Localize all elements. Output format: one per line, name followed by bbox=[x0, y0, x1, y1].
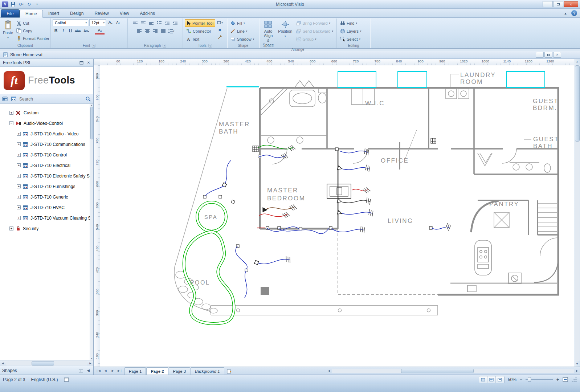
maximize-button[interactable] bbox=[553, 1, 563, 7]
page-tab-1[interactable]: Page-1 bbox=[124, 367, 146, 375]
grow-font-button[interactable]: A▴ bbox=[107, 19, 114, 26]
redo-icon[interactable]: ↻ bbox=[26, 1, 32, 7]
freeform-icon[interactable] bbox=[216, 34, 224, 41]
search-input[interactable] bbox=[19, 97, 83, 102]
tree-item-audio-video-control[interactable]: − Audio-Video-Control bbox=[0, 118, 90, 128]
bullets-icon[interactable] bbox=[156, 19, 163, 26]
tab-addins[interactable]: Add-Ins bbox=[135, 9, 160, 17]
connection-point-icon[interactable]: ✕ bbox=[216, 26, 224, 33]
tree-item-stencil[interactable]: + J-STD-710 Furnishings bbox=[0, 181, 90, 192]
copy-button[interactable]: Copy bbox=[15, 27, 51, 34]
tree-item-stencil[interactable]: + J-STD-710 Control bbox=[0, 150, 90, 160]
tools-dialog-launcher-icon[interactable]: ↘ bbox=[208, 44, 212, 48]
tree-item-stencil[interactable]: + J-STD-710 HVAC bbox=[0, 202, 90, 213]
page-tab-2[interactable]: Page-2 bbox=[146, 367, 168, 375]
layers-button[interactable]: Layers▾ bbox=[339, 27, 363, 35]
scroll-right-icon[interactable]: ▶ bbox=[87, 361, 93, 366]
expand-icon[interactable]: + bbox=[17, 153, 21, 157]
increase-indent-icon[interactable] bbox=[172, 19, 179, 26]
zoom-out-icon[interactable]: − bbox=[520, 377, 522, 382]
last-page-icon[interactable]: ▶❘ bbox=[117, 368, 123, 374]
expand-icon[interactable]: + bbox=[9, 226, 13, 230]
tab-insert[interactable]: Insert bbox=[43, 9, 65, 17]
panel-close-icon[interactable]: ✕ bbox=[86, 60, 91, 65]
canvas-vertical-scrollbar[interactable]: ▲ ▼ bbox=[574, 59, 580, 367]
collapse-icon[interactable]: − bbox=[9, 121, 13, 125]
scroll-left-icon[interactable]: ◀ bbox=[326, 368, 332, 373]
tree-item-stencil[interactable]: + J-STD-710 Generic bbox=[0, 192, 90, 202]
strikethrough-button[interactable]: abc bbox=[74, 28, 81, 34]
change-case-button[interactable]: Aa▾ bbox=[82, 28, 91, 34]
page-tab-background-1[interactable]: Background-1 bbox=[191, 367, 224, 375]
send-backward-button[interactable]: Send Backward▾ bbox=[295, 27, 335, 35]
tree-item-stencil[interactable]: + J-STD-710 Audio - Video bbox=[0, 128, 90, 139]
bold-button[interactable]: B bbox=[53, 28, 59, 34]
paste-button[interactable]: Paste ▾ bbox=[2, 19, 14, 40]
format-painter-button[interactable]: Format Painter bbox=[15, 34, 51, 42]
expand-icon[interactable]: + bbox=[9, 111, 13, 115]
qat-customize-icon[interactable]: ▾ bbox=[34, 1, 40, 7]
align-bottom-icon[interactable] bbox=[148, 19, 155, 26]
expand-icon[interactable]: + bbox=[17, 142, 21, 146]
tab-file[interactable]: File bbox=[1, 9, 20, 17]
font-dialog-launcher-icon[interactable]: ↘ bbox=[92, 44, 95, 48]
tree-vertical-scrollbar[interactable]: ▲ ▼ bbox=[90, 104, 93, 360]
scroll-down-icon[interactable]: ▼ bbox=[575, 361, 580, 367]
stencil-view-icon[interactable] bbox=[2, 96, 8, 102]
cut-button[interactable]: Cut bbox=[15, 19, 51, 27]
fill-button[interactable]: Fill▾ bbox=[229, 19, 246, 27]
expand-icon[interactable]: + bbox=[17, 195, 21, 199]
line-spacing-icon[interactable]: ▾ bbox=[168, 28, 175, 34]
vertical-ruler[interactable]: 960 900 840 780 720 660 600 540 480 420 … bbox=[94, 65, 100, 367]
scroll-up-icon[interactable]: ▲ bbox=[91, 104, 93, 106]
first-page-icon[interactable]: ❘◀ bbox=[95, 368, 102, 374]
shapes-window-icon[interactable] bbox=[78, 368, 84, 373]
tree-item-stencil[interactable]: + J-STD-710 Electronic Safety Securit bbox=[0, 171, 90, 181]
doc-minimize-button[interactable]: — bbox=[536, 52, 544, 58]
line-button[interactable]: Line▾ bbox=[229, 27, 249, 35]
font-color-button[interactable]: A▾ bbox=[95, 28, 105, 34]
previous-page-icon[interactable]: ◀ bbox=[102, 368, 109, 374]
expand-icon[interactable]: + bbox=[17, 174, 21, 178]
page-tab-3[interactable]: Page-3 bbox=[169, 367, 190, 375]
scroll-thumb[interactable] bbox=[575, 65, 580, 142]
shapes-collapse-icon[interactable]: ◀ bbox=[85, 368, 91, 373]
tree-item-security[interactable]: + Security bbox=[0, 223, 90, 234]
expand-icon[interactable]: + bbox=[17, 205, 21, 209]
doc-close-button[interactable]: × bbox=[553, 52, 561, 58]
tree-item-stencil[interactable]: + J-STD-710 Vacuum Cleaning Syster bbox=[0, 213, 90, 223]
paste-dropdown-icon[interactable]: ▾ bbox=[7, 36, 9, 40]
zoom-in-icon[interactable]: + bbox=[556, 377, 559, 382]
tab-design[interactable]: Design bbox=[65, 9, 89, 17]
doc-restore-button[interactable] bbox=[544, 52, 552, 58]
shadow-button[interactable]: Shadow▾ bbox=[229, 35, 256, 43]
drawing-shapes-dropdown[interactable]: ▾ bbox=[216, 19, 224, 26]
underline-button[interactable]: U bbox=[67, 28, 74, 34]
scroll-left-icon[interactable]: ◀ bbox=[0, 361, 6, 366]
app-icon[interactable]: V bbox=[2, 1, 8, 7]
minimize-button[interactable]: — bbox=[543, 1, 553, 7]
paragraph-dialog-launcher-icon[interactable]: ↘ bbox=[163, 44, 166, 48]
page-width-view-icon[interactable] bbox=[496, 376, 504, 383]
tree-item-stencil[interactable]: + J-STD-710 Communications bbox=[0, 139, 90, 150]
horizontal-ruler[interactable]: 60 120 180 240 300 360 420 480 540 600 6… bbox=[100, 59, 574, 65]
align-center-icon[interactable] bbox=[144, 28, 151, 34]
scroll-thumb[interactable] bbox=[90, 107, 93, 139]
save-icon[interactable] bbox=[10, 1, 16, 7]
expand-icon[interactable]: + bbox=[17, 163, 21, 167]
group-button[interactable]: Group▾ bbox=[295, 35, 335, 43]
align-right-icon[interactable] bbox=[152, 28, 159, 34]
zoom-slider-thumb[interactable] bbox=[528, 377, 531, 382]
tab-view[interactable]: View bbox=[114, 9, 135, 17]
help-icon[interactable]: ? bbox=[571, 10, 577, 16]
minimize-ribbon-icon[interactable]: ▲ bbox=[563, 11, 568, 16]
pointer-tool-button[interactable]: Pointer Tool bbox=[185, 19, 215, 27]
align-left-icon[interactable] bbox=[136, 28, 143, 34]
canvas-horizontal-scrollbar[interactable]: ◀ ▶ bbox=[326, 367, 580, 375]
expand-icon[interactable]: + bbox=[17, 132, 21, 136]
scroll-thumb[interactable] bbox=[401, 369, 474, 373]
scroll-right-icon[interactable]: ▶ bbox=[574, 368, 580, 373]
justify-icon[interactable] bbox=[160, 28, 167, 34]
decrease-indent-icon[interactable] bbox=[164, 19, 171, 26]
search-icon[interactable] bbox=[85, 96, 91, 102]
